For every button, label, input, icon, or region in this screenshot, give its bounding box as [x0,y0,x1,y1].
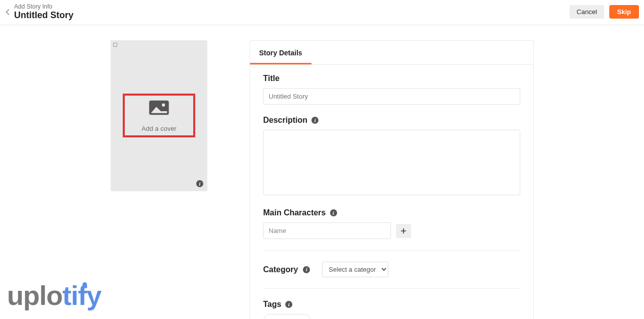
title-label: Title [263,74,280,83]
description-group: Description i [263,116,520,197]
characters-group: Main Characters i [263,208,520,239]
cover-info-icon[interactable]: i [196,180,203,187]
tabs-row: Story Details [250,41,533,65]
category-row: Category i Select a category [263,262,520,277]
cover-corner-square [113,43,117,47]
title-label-row: Title [263,74,520,83]
header-bar: Add Story Info Untitled Story Cancel Ski… [0,0,644,25]
cover-center: Add a cover [141,100,176,132]
back-button[interactable] [2,8,14,16]
cancel-button[interactable]: Cancel [570,5,604,19]
watermark-dot-icon [83,282,87,287]
separator-2 [263,288,520,289]
add-character-button[interactable] [396,224,411,238]
details-panel: Story Details Title Description i Main C… [250,40,534,319]
characters-label: Main Characters [263,208,326,217]
header-titles: Add Story Info Untitled Story [14,3,73,21]
add-cover-text: Add a cover [141,125,176,132]
characters-info-icon[interactable]: i [330,209,337,216]
title-group: Title [263,74,520,105]
chevron-left-icon [4,8,12,16]
plus-icon [400,228,407,234]
cover-column: Add a cover i [111,40,221,319]
tags-label-row: Tags i [263,300,520,309]
category-select[interactable]: Select a category [322,262,388,277]
header-left: Add Story Info Untitled Story [2,3,73,21]
category-label: Category [263,265,298,274]
form-body: Title Description i Main Characters i [250,65,533,319]
skip-button[interactable]: Skip [609,5,639,19]
breadcrumb: Add Story Info [14,3,73,10]
main-content: Add a cover i Story Details Title Descri… [0,25,644,319]
add-cover-box[interactable]: Add a cover i [111,40,207,191]
image-placeholder-icon [148,100,170,118]
tags-container: Add a tag + [263,314,520,319]
tab-story-details[interactable]: Story Details [250,41,311,64]
character-name-input[interactable] [263,222,391,239]
watermark-part1: uplo [7,280,62,310]
description-info-icon[interactable]: i [311,117,318,124]
tags-label: Tags [263,300,281,309]
category-group: Category i Select a category [263,262,520,277]
category-info-icon[interactable]: i [303,266,310,273]
header-actions: Cancel Skip [570,5,639,19]
add-tag-button[interactable]: Add a tag + [263,314,311,319]
title-input[interactable] [263,88,520,105]
tags-group: Tags i Add a tag + [263,300,520,319]
tags-info-icon[interactable]: i [285,301,292,308]
watermark-logo: uplotify [7,280,106,311]
separator [263,250,520,251]
svg-point-1 [162,103,165,106]
watermark-part2: tify [62,280,101,310]
page-title: Untitled Story [14,10,73,21]
description-textarea[interactable] [263,130,520,195]
description-label-row: Description i [263,116,520,125]
character-input-row [263,222,520,239]
description-label: Description [263,116,307,125]
characters-label-row: Main Characters i [263,208,520,217]
